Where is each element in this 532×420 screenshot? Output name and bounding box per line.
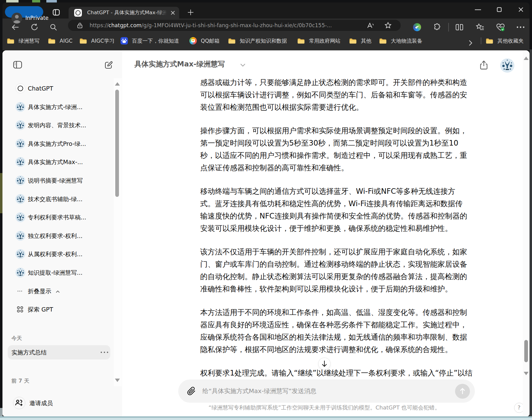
sidebar-item[interactable]: 折叠显示 xyxy=(2,284,122,298)
message-paragraph: 本方法适用于不同的环境和工作条件，如高温、低温、湿度变化等。传感器和控制器应具有… xyxy=(200,306,478,356)
bookmark-item[interactable]: AIGC xyxy=(48,33,73,49)
disclaimer-text: “绿洲慧写专利辅助撰写系统”工作空间聊天未用于训练我们的模型。ChatGPT 也… xyxy=(124,404,525,411)
tab-close-icon[interactable] xyxy=(171,11,175,15)
title-chevron-down-icon[interactable] xyxy=(240,63,246,67)
page-scrollbar-thumb[interactable] xyxy=(524,340,528,362)
browser-tab[interactable]: ChatGPT - 具体实施方式Max-绿洲慧写 xyxy=(69,7,179,19)
sidebar-item[interactable]: ChatGPT xyxy=(2,81,122,95)
bookmark-item[interactable]: 百度一下，你就知道 xyxy=(120,33,179,49)
sidebar-item[interactable]: 从属权利要求-权利... xyxy=(2,247,122,261)
sidebar-scrollbar-thumb[interactable] xyxy=(115,90,119,197)
sidebar-item-label: 从属权利要求-权利... xyxy=(28,247,82,261)
bookmark-item[interactable]: 绿洲慧写 xyxy=(7,33,40,49)
sidebar-scroll-up-icon[interactable] xyxy=(115,82,120,86)
sidebar-item[interactable]: 专利权利要求书草稿... xyxy=(2,210,122,224)
gpt-avatar[interactable] xyxy=(500,58,514,73)
sidebar-item-label: 具体实施方式Max-... xyxy=(28,155,83,169)
back-icon[interactable] xyxy=(11,23,19,31)
folder-icon xyxy=(349,38,357,44)
sidebar-item-label: 专利权利要求书草稿... xyxy=(28,210,86,224)
scroll-to-bottom-button[interactable] xyxy=(318,358,331,370)
chat-history-item[interactable]: 实施方式总结 xyxy=(8,345,110,359)
sidebar-toggle-icon[interactable] xyxy=(13,61,22,69)
bookmark-item[interactable]: 知识产权知识和数据 xyxy=(228,33,287,49)
chatgpt-favicon xyxy=(74,9,82,17)
split-screen-icon[interactable] xyxy=(455,23,463,31)
chat-options-icon[interactable] xyxy=(100,351,108,353)
extensions-icon[interactable] xyxy=(433,23,441,31)
screen: InPrivate ChatGPT - 具体实施方式Max-绿洲慧写 xyxy=(0,0,532,420)
tab-actions-icon[interactable] xyxy=(53,9,60,16)
new-tab-button[interactable] xyxy=(187,9,194,16)
page-scroll-up-icon[interactable] xyxy=(524,57,529,60)
invite-members-icon xyxy=(13,397,25,409)
bookmark-item[interactable]: AIGC学习 xyxy=(79,33,115,49)
message-paragraph: 感器或磁力计等，只要能够满足静止状态检测的需求即可。开关部件的种类和构造可以根据… xyxy=(200,76,478,113)
attach-icon[interactable] xyxy=(187,387,196,396)
search-icon[interactable] xyxy=(50,23,57,31)
sidebar-item[interactable]: 说明书摘要-绿洲慧写 xyxy=(2,173,122,188)
new-chat-icon[interactable] xyxy=(104,61,113,69)
bookmark-item[interactable]: QQ邮箱 xyxy=(189,33,220,49)
lock-icon[interactable] xyxy=(77,22,83,29)
share-icon[interactable] xyxy=(479,60,488,70)
read-aloud-icon[interactable] xyxy=(366,22,374,29)
profile-avatar[interactable] xyxy=(11,13,22,23)
message-paragraph: 该方法不仅适用于车辆的开关部件控制，还可以扩展应用于家庭自动化系统，如家门、窗户… xyxy=(200,246,478,295)
settings-menu-icon[interactable] xyxy=(517,26,525,28)
sidebar-item[interactable]: 技术交底书辅助-绿... xyxy=(2,192,122,206)
invite-members-label: 邀请成员 xyxy=(29,396,53,410)
sidebar-item-label: 探索 GPT xyxy=(28,302,53,316)
gpt-avatar-icon xyxy=(15,212,25,222)
bookmark-other-folder[interactable]: 其他收藏夹 xyxy=(486,33,524,49)
gpt-title[interactable]: 具体实施方式Max-绿洲慧写 xyxy=(134,59,225,69)
browser-essentials-icon[interactable] xyxy=(496,23,505,32)
invite-members-button[interactable] xyxy=(13,397,25,409)
folder-icon xyxy=(7,38,15,44)
sidebar-item[interactable]: 发明内容、背景技术... xyxy=(2,118,122,132)
inprivate-label: InPrivate xyxy=(25,12,49,24)
message-paragraph: 权利要求1处理完成。请输入“继续”以继续处理下一条权利要求，或输入“停止”以结 xyxy=(200,367,478,379)
gpt-avatar-icon xyxy=(15,176,25,185)
bookmark-item[interactable]: 大地物流装备 xyxy=(379,33,422,49)
refresh-icon[interactable] xyxy=(31,23,38,31)
page-scroll-down-icon[interactable] xyxy=(524,372,529,375)
baidu-icon xyxy=(120,37,128,45)
close-button[interactable] xyxy=(518,7,523,12)
inprivate-badge[interactable]: InPrivate xyxy=(5,6,43,18)
essentials-check-badge xyxy=(501,28,505,31)
sidebar-item-label: 发明内容、背景技术... xyxy=(28,118,86,132)
bookmark-label: QQ邮箱 xyxy=(201,37,220,45)
address-bar[interactable]: https://chatgpt.com/g/g-1MFOi4WtV-ju-ti-… xyxy=(68,20,401,31)
sidebar-item[interactable]: 探索 GPT xyxy=(2,302,122,316)
sidebar-item[interactable]: 知识提取-绿洲慧写... xyxy=(2,265,122,280)
folder-icon xyxy=(297,38,305,44)
sidebar-item-label: ChatGPT xyxy=(28,81,53,95)
explore-gpts-icon xyxy=(16,305,26,315)
tab-title-fade xyxy=(158,7,167,18)
sidebar-item[interactable]: 独立权利要求-权利... xyxy=(2,229,122,243)
sidebar-scroll-down-icon[interactable] xyxy=(115,379,120,382)
bookmark-item[interactable]: 其他 xyxy=(349,33,371,49)
message-input[interactable]: 给“具体实施方式Max-绿洲慧写”发送消息 xyxy=(178,380,475,403)
section-label-previous: 前 7 天 xyxy=(11,377,29,384)
favorites-icon[interactable] xyxy=(476,23,484,31)
bookmark-item[interactable]: 常用政府网站 xyxy=(297,33,340,49)
minimize-button[interactable] xyxy=(475,9,481,10)
toolbar-separator xyxy=(448,23,449,32)
message-paragraph: 移动终端与车辆之间的通信方式可以选择蓝牙、Wi-Fi或NFC等多种无线连接方式。… xyxy=(200,185,478,235)
favorite-star-icon[interactable] xyxy=(384,22,392,29)
maximize-button[interactable] xyxy=(497,7,502,12)
sidebar-item[interactable]: 具体实施方式Pro-绿... xyxy=(2,137,122,151)
idm-extension-icon[interactable] xyxy=(413,23,421,31)
chatgpt-page: ChatGPT具体实施方式-绿洲...发明内容、背景技术...具体实施方式Pro… xyxy=(2,50,530,416)
bookmarks-overflow-chevron[interactable] xyxy=(468,40,473,46)
sidebar-item[interactable]: 具体实施方式Max-... xyxy=(2,155,122,169)
sidebar-item[interactable]: 具体实施方式-绿洲... xyxy=(2,100,122,114)
gpt-avatar-icon xyxy=(15,249,25,259)
url-text[interactable]: https://chatgpt.com/g/g-1MFOi4WtV-ju-ti-… xyxy=(90,20,332,31)
send-button[interactable] xyxy=(455,384,470,399)
folder-icon xyxy=(379,38,387,44)
chatgpt-logo-icon xyxy=(15,83,25,93)
qqmail-icon xyxy=(189,37,197,45)
